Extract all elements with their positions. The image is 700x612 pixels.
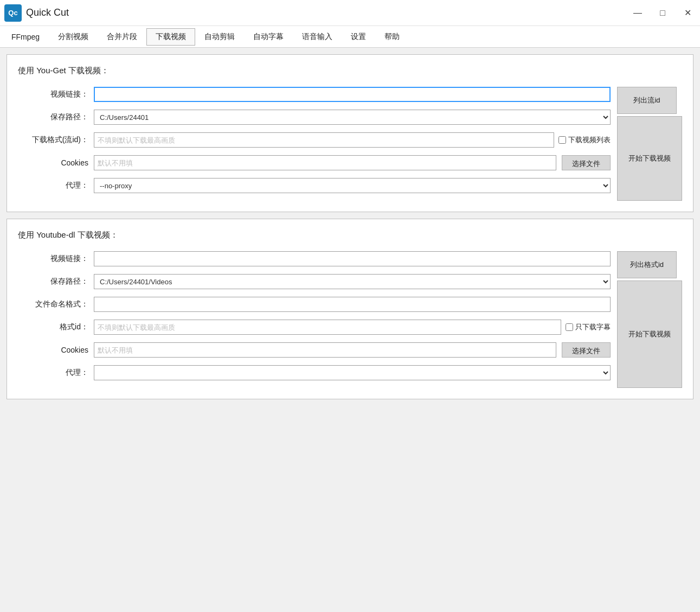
youtubedl-subtitle-only-label[interactable]: 只下载字幕 xyxy=(566,322,611,332)
menu-item-download[interactable]: 下载视频 xyxy=(146,28,195,46)
youget-format-input[interactable] xyxy=(94,132,554,148)
youtubedl-panel-title: 使用 Youtube-dl 下载视频： xyxy=(18,230,682,240)
youget-proxy-label: 代理： xyxy=(18,181,88,190)
menu-item-split[interactable]: 分割视频 xyxy=(49,28,98,46)
title-controls: — □ ✕ xyxy=(625,0,700,26)
youget-select-file-button[interactable]: 选择文件 xyxy=(562,155,611,170)
youget-panel-title: 使用 You-Get 下载视频： xyxy=(18,66,682,76)
youtubedl-subtitle-only-checkbox[interactable] xyxy=(566,323,573,331)
youget-savepath-label: 保存路径： xyxy=(18,112,88,122)
youget-download-list-label[interactable]: 下载视频列表 xyxy=(558,135,611,145)
youget-panel-body: 视频链接： 保存路径： C:/Users/24401 下载格式(流id)： xyxy=(18,87,682,201)
main-content: 使用 You-Get 下载视频： 视频链接： 保存路径： C:/Users/24… xyxy=(0,48,700,612)
menu-bar: FFmpeg 分割视频 合并片段 下载视频 自动剪辑 自动字幕 语音输入 设置 … xyxy=(0,26,700,48)
youget-form: 视频链接： 保存路径： C:/Users/24401 下载格式(流id)： xyxy=(18,87,611,201)
youget-actions: 列出流id 开始下载视频 xyxy=(617,87,682,201)
app-logo: Qc xyxy=(4,4,22,22)
youget-list-id-button[interactable]: 列出流id xyxy=(617,87,677,114)
minimize-button[interactable]: — xyxy=(625,0,650,26)
youget-cookies-input[interactable] xyxy=(94,155,556,170)
youtubedl-cookies-input[interactable] xyxy=(94,342,556,358)
youtubedl-panel: 使用 Youtube-dl 下载视频： 视频链接： 保存路径： C:/Users… xyxy=(7,219,693,399)
youget-start-download-button[interactable]: 开始下载视频 xyxy=(617,116,682,201)
youget-cookies-row: Cookies 选择文件 xyxy=(18,155,611,170)
menu-item-merge[interactable]: 合并片段 xyxy=(98,28,146,46)
youget-format-row: 下载格式(流id)： 下载视频列表 xyxy=(18,132,611,148)
youget-url-label: 视频链接： xyxy=(18,90,88,99)
youtubedl-url-input[interactable] xyxy=(94,251,611,266)
menu-item-help[interactable]: 帮助 xyxy=(375,28,409,46)
youtubedl-format-area: 只下载字幕 xyxy=(94,320,611,335)
menu-item-voice[interactable]: 语音输入 xyxy=(293,28,342,46)
youtubedl-filename-input[interactable]: rom: %(uploader)s %(resolution)s %(fps)s… xyxy=(94,297,611,312)
menu-item-autoedit[interactable]: 自动剪辑 xyxy=(195,28,244,46)
youget-panel: 使用 You-Get 下载视频： 视频链接： 保存路径： C:/Users/24… xyxy=(7,54,693,212)
youtubedl-cookies-row: Cookies 选择文件 xyxy=(18,342,611,358)
youget-format-area: 下载视频列表 xyxy=(94,132,611,148)
youget-download-list-checkbox[interactable] xyxy=(558,136,566,144)
menu-item-ffmpeg[interactable]: FFmpeg xyxy=(2,29,49,45)
youtubedl-format-label: 格式id： xyxy=(18,322,88,332)
youtubedl-proxy-label: 代理： xyxy=(18,368,88,378)
youtubedl-proxy-select[interactable] xyxy=(94,365,611,380)
youtubedl-savepath-label: 保存路径： xyxy=(18,277,88,286)
close-button[interactable]: ✕ xyxy=(675,0,700,26)
youtubedl-savepath-row: 保存路径： C:/Users/24401/Videos xyxy=(18,274,611,289)
youtubedl-proxy-row: 代理： xyxy=(18,365,611,380)
youtubedl-url-label: 视频链接： xyxy=(18,254,88,264)
youtubedl-cookies-label: Cookies xyxy=(18,346,88,354)
title-left: Qc Quick Cut xyxy=(4,4,69,22)
youtubedl-format-row: 格式id： 只下载字幕 xyxy=(18,320,611,335)
youtubedl-filename-label: 文件命名格式： xyxy=(18,299,88,309)
youget-savepath-row: 保存路径： C:/Users/24401 xyxy=(18,110,611,125)
youtubedl-actions: 列出格式id 开始下载视频 xyxy=(617,251,682,388)
title-bar: Qc Quick Cut — □ ✕ xyxy=(0,0,700,26)
youtubedl-form: 视频链接： 保存路径： C:/Users/24401/Videos 文件命名格式… xyxy=(18,251,611,388)
menu-item-subtitle[interactable]: 自动字幕 xyxy=(244,28,293,46)
youtubedl-select-file-button[interactable]: 选择文件 xyxy=(562,342,611,358)
youget-cookies-label: Cookies xyxy=(18,158,88,167)
youget-savepath-select[interactable]: C:/Users/24401 xyxy=(94,110,611,125)
youtubedl-format-input[interactable] xyxy=(94,320,561,335)
youtubedl-savepath-select[interactable]: C:/Users/24401/Videos xyxy=(94,274,611,289)
youget-url-row: 视频链接： xyxy=(18,87,611,102)
maximize-button[interactable]: □ xyxy=(650,0,675,26)
app-title: Quick Cut xyxy=(26,7,69,18)
menu-item-settings[interactable]: 设置 xyxy=(342,28,375,46)
youtubedl-panel-body: 视频链接： 保存路径： C:/Users/24401/Videos 文件命名格式… xyxy=(18,251,682,388)
youtubedl-list-format-button[interactable]: 列出格式id xyxy=(617,251,677,278)
youtubedl-filename-row: 文件命名格式： rom: %(uploader)s %(resolution)s… xyxy=(18,297,611,312)
youtubedl-url-row: 视频链接： xyxy=(18,251,611,266)
youget-url-input[interactable] xyxy=(94,87,611,102)
youtubedl-start-download-button[interactable]: 开始下载视频 xyxy=(617,280,682,388)
youget-format-label: 下载格式(流id)： xyxy=(18,135,88,145)
youget-proxy-row: 代理： --no-proxy xyxy=(18,178,611,193)
youget-proxy-select[interactable]: --no-proxy xyxy=(94,178,611,193)
